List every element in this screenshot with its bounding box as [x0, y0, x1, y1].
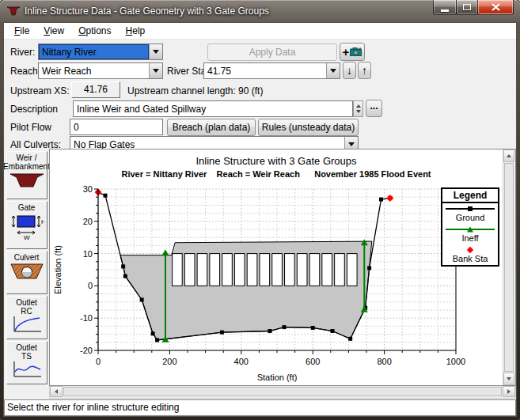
scroll-left-button[interactable]: [50, 386, 63, 397]
river-combo-arrow[interactable]: [149, 44, 162, 59]
window-title: Inline Structure Data - Gate Geometry wi…: [25, 6, 269, 17]
svg-text:30: 30: [83, 184, 93, 194]
rules-button[interactable]: Rules (unsteady data) ...: [258, 119, 359, 136]
svg-text:-20: -20: [80, 346, 93, 355]
sidebar: Weir / Embankment Gate H W: [4, 149, 49, 399]
svg-text:0: 0: [96, 357, 101, 366]
reach-value: Weir Reach: [39, 63, 149, 78]
description-input[interactable]: [73, 100, 353, 117]
reach-combo-arrow[interactable]: [149, 63, 162, 78]
description-ellipsis-button[interactable]: ...: [366, 100, 382, 117]
gate-button[interactable]: Gate H W: [6, 201, 47, 249]
move-downstream-button[interactable]: ↓: [343, 62, 356, 79]
scroll-right-icon: [507, 389, 511, 394]
scroll-right-button[interactable]: [503, 386, 515, 397]
pilot-flow-input[interactable]: [70, 119, 163, 135]
square-marker-icon: [468, 206, 473, 211]
legend-ineff-symbol: [446, 225, 495, 233]
culvert-button[interactable]: Culvert: [6, 251, 47, 294]
river-sta-combo-arrow[interactable]: [326, 63, 340, 78]
gate-button-label: Gate: [18, 203, 36, 212]
svg-text:600: 600: [306, 357, 320, 366]
window-controls: [434, 0, 514, 15]
scroll-down-icon: [507, 377, 511, 380]
legend-banksta-label: Bank Sta: [442, 254, 498, 265]
svg-text:1000: 1000: [446, 357, 465, 366]
outlet-rc-label2: RC: [21, 307, 32, 316]
outlet-ts-button[interactable]: Outlet TS: [6, 341, 47, 384]
upstream-length-text: Upstream channel length: 90 (ft): [127, 85, 263, 96]
minimize-button[interactable]: [433, 0, 457, 15]
minimize-icon: [441, 9, 449, 12]
up-arrow-icon: ↑: [362, 64, 367, 77]
apply-data-button[interactable]: Apply Data: [207, 44, 337, 61]
structure-form: River: Nittany River Apply Data + Reach:…: [4, 40, 516, 149]
chart-panel: Inline Structure with 3 Gate Groups Rive…: [49, 149, 516, 386]
spinner-down-icon: [356, 110, 361, 113]
svg-text:20: 20: [83, 217, 93, 226]
svg-text:H: H: [41, 218, 44, 225]
move-upstream-button[interactable]: ↑: [358, 62, 371, 79]
vertical-scroll-thumb[interactable]: [504, 163, 514, 372]
menu-view[interactable]: View: [36, 24, 71, 38]
svg-text:Station (ft): Station (ft): [257, 373, 298, 382]
menu-bar: File View Options Help: [4, 23, 516, 40]
plus-icon: +: [343, 44, 350, 60]
description-spinner[interactable]: [353, 100, 363, 117]
river-selected-value: Nittany River: [39, 44, 149, 59]
horizontal-scroll-thumb[interactable]: [63, 387, 502, 396]
reach-combobox[interactable]: Weir Reach: [38, 62, 163, 79]
chevron-down-icon: [153, 69, 159, 73]
river-sta-value: 41.75: [204, 63, 326, 78]
svg-text:200: 200: [162, 357, 176, 366]
svg-text:Elevation (ft): Elevation (ft): [53, 245, 63, 294]
river-sta-combobox[interactable]: 41.75: [203, 62, 340, 79]
chevron-down-icon: [330, 69, 336, 73]
upstream-xs-label: Upstream XS:: [10, 85, 70, 96]
river-combobox[interactable]: Nittany River: [38, 44, 163, 60]
outlet-rc-label: Outlet: [16, 298, 37, 307]
scroll-left-icon: [55, 389, 58, 394]
window-frame: Inline Structure Data - Gate Geometry wi…: [0, 0, 520, 420]
menu-options[interactable]: Options: [71, 24, 118, 38]
breach-button[interactable]: Breach (plan data) ...: [167, 119, 256, 136]
svg-text:800: 800: [377, 357, 391, 366]
close-icon: [492, 3, 500, 11]
weir-embankment-button[interactable]: Weir / Embankment: [6, 151, 47, 199]
river-label: River:: [10, 47, 35, 58]
chart-vertical-scrollbar[interactable]: [503, 149, 515, 385]
culvert-icon: [9, 262, 44, 282]
down-arrow-icon: ↓: [347, 64, 352, 77]
outlet-rc-button[interactable]: Outlet RC: [6, 296, 47, 339]
legend-banksta-symbol: [446, 246, 495, 254]
chart-horizontal-scrollbar[interactable]: [49, 386, 516, 399]
chart-column: Inline Structure with 3 Gate Groups Rive…: [49, 149, 516, 399]
scroll-down-button[interactable]: [503, 373, 514, 385]
app-weir-icon: [7, 6, 20, 17]
chart-legend: Legend Ground Ineff: [441, 187, 499, 267]
close-button[interactable]: [477, 0, 514, 15]
scroll-up-button[interactable]: [503, 149, 514, 162]
outlet-ts-label: Outlet: [16, 343, 37, 352]
svg-text:10: 10: [83, 249, 93, 259]
chevron-down-icon: [348, 142, 355, 146]
reach-label: Reach:: [10, 66, 40, 77]
weir-button-label2: Embankment: [3, 162, 50, 171]
maximize-button[interactable]: [456, 0, 478, 15]
scroll-up-icon: [507, 154, 511, 157]
status-bar: Select the river for inline structure ed…: [4, 399, 516, 416]
triangle-marker-icon: [467, 227, 473, 233]
menu-help[interactable]: Help: [119, 24, 153, 38]
weir-button-label: Weir /: [17, 153, 37, 162]
outlet-ts-icon: [11, 361, 43, 378]
chevron-down-icon: [153, 50, 159, 54]
legend-ground-label: Ground: [442, 213, 498, 224]
svg-text:0: 0: [88, 281, 93, 290]
main-area: Weir / Embankment Gate H W: [4, 149, 516, 399]
window-client: File View Options Help River: Nittany Ri…: [3, 22, 517, 417]
camera-icon: [350, 47, 362, 56]
title-bar: Inline Structure Data - Gate Geometry wi…: [0, 0, 520, 22]
add-photo-button[interactable]: +: [340, 43, 365, 61]
menu-file[interactable]: File: [7, 24, 36, 38]
chart-title: Inline Structure with 3 Gate Groups: [50, 155, 503, 167]
